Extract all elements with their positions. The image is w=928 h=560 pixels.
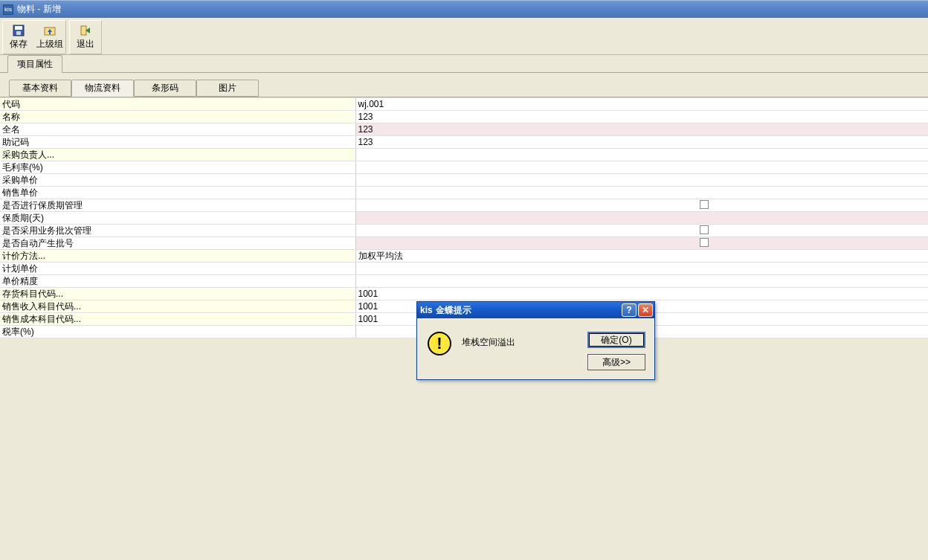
grid-row-label: 是否进行保质期管理 [0,199,355,212]
grid-row-label: 助记码 [0,136,355,149]
grid-row-label: 销售收入科目代码... [0,300,355,313]
grid-row-label: 采购单价 [0,174,355,187]
window-title: 物料 - 新增 [17,3,61,16]
grid-row-label: 计价方法... [0,250,355,263]
toolbar-group-2: 退出 [69,20,102,54]
grid-row[interactable]: 保质期(天) [0,212,928,225]
grid-row[interactable]: 助记码123 [0,136,928,149]
grid-row-label: 税率(%) [0,326,355,338]
grid-row-label: 存货科目代码... [0,288,355,300]
grid-row-value[interactable] [355,174,928,187]
toolbar: 保存 上级组 退出 [0,18,928,55]
grid-row[interactable]: 采购负责人... [0,149,928,161]
dialog-titlebar[interactable]: kis 金蝶提示 ? ✕ [417,302,654,318]
grid-row-label: 是否采用业务批次管理 [0,225,355,237]
grid-row-value[interactable] [355,187,928,199]
grid-row-value[interactable] [355,237,928,250]
grid-row[interactable]: 单价精度 [0,275,928,288]
grid-row-label: 单价精度 [0,275,355,288]
exit-label: 退出 [77,38,94,51]
toolbar-group-1: 保存 上级组 [2,20,66,54]
folder-up-icon [44,25,56,36]
grid-row-label: 销售成本科目代码... [0,313,355,326]
grid-row-value[interactable]: 1001 [355,288,928,300]
grid-row-label: 代码 [0,98,355,111]
grid-row[interactable]: 采购单价 [0,174,928,187]
checkbox[interactable] [700,225,709,234]
save-label: 保存 [10,38,28,51]
grid-row[interactable]: 存货科目代码...1001 [0,288,928,300]
svg-rect-1 [15,26,22,30]
parent-group-label: 上级组 [36,38,63,51]
grid-row-label: 保质期(天) [0,212,355,225]
grid-row[interactable]: 全名123 [0,123,928,136]
grid-row-label: 全名 [0,123,355,136]
exit-icon [80,25,91,36]
grid-row-label: 名称 [0,111,355,123]
grid-row-label: 计划单价 [0,263,355,275]
grid-row[interactable]: 代码wj.001 [0,98,928,111]
dialog-message: 堆栈空间溢出 [462,336,515,349]
grid-row-value[interactable] [355,275,928,288]
warning-icon: ! [428,332,451,355]
ok-button[interactable]: 确定(O) [587,332,645,348]
tab-barcode[interactable]: 条形码 [134,80,196,97]
grid-row[interactable]: 是否采用业务批次管理 [0,225,928,237]
save-icon [13,25,25,36]
app-icon: kis [3,4,13,15]
tab-project-attr[interactable]: 项目属性 [7,55,62,73]
exit-button[interactable]: 退出 [70,21,101,54]
grid-row-value[interactable]: 123 [355,111,928,123]
grid-row-label: 采购负责人... [0,149,355,161]
grid-row-value[interactable]: 加权平均法 [355,250,928,263]
dialog-title: 金蝶提示 [436,304,471,317]
grid-row[interactable]: 毛利率(%) [0,161,928,174]
tab-logistics[interactable]: 物流资料 [71,80,134,97]
grid-row-value[interactable]: wj.001 [355,98,928,111]
tab-basic[interactable]: 基本资料 [9,80,71,97]
grid-row[interactable]: 名称123 [0,111,928,123]
parent-group-button[interactable]: 上级组 [34,21,65,54]
svg-rect-4 [81,26,86,35]
grid-row-value[interactable] [355,149,928,161]
section-tabbar: 项目属性 [0,55,928,73]
grid-row-label: 是否自动产生批号 [0,237,355,250]
checkbox[interactable] [700,238,709,247]
grid-row[interactable]: 计价方法...加权平均法 [0,250,928,263]
grid-row[interactable]: 计划单价 [0,263,928,275]
grid-row[interactable]: 是否进行保质期管理 [0,199,928,212]
dialog-app-icon: kis [420,305,433,315]
grid-row-value[interactable] [355,225,928,237]
dialog-help-button[interactable]: ? [622,303,637,317]
grid-row-label: 毛利率(%) [0,161,355,174]
alert-dialog: kis 金蝶提示 ? ✕ ! 堆栈空间溢出 确定(O) 高级>> [416,301,655,380]
grid-row-value[interactable] [355,212,928,225]
grid-row-value[interactable] [355,263,928,275]
grid-row-value[interactable] [355,199,928,212]
grid-row[interactable]: 是否自动产生批号 [0,237,928,250]
save-button[interactable]: 保存 [3,21,34,54]
svg-rect-2 [16,31,21,35]
grid-row-value[interactable]: 123 [355,123,928,136]
grid-row[interactable]: 销售单价 [0,187,928,199]
advanced-button[interactable]: 高级>> [587,354,645,370]
grid-row-label: 销售单价 [0,187,355,199]
dialog-close-button[interactable]: ✕ [638,303,653,317]
main-tabbar: 基本资料 物流资料 条形码 图片 [0,80,928,97]
tab-image[interactable]: 图片 [196,80,259,97]
window-titlebar: kis 物料 - 新增 [0,0,928,18]
checkbox[interactable] [700,200,709,209]
grid-row-value[interactable]: 123 [355,136,928,149]
grid-row-value[interactable] [355,161,928,174]
